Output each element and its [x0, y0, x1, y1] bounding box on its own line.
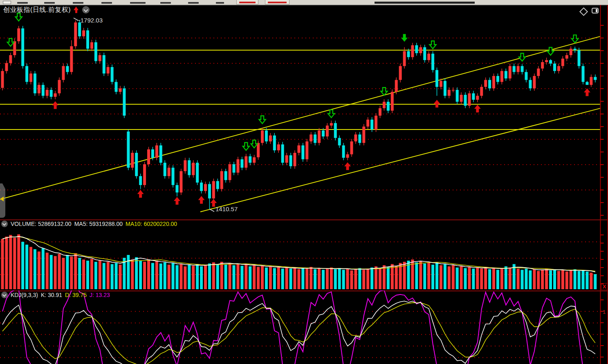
- menu-button-red-1[interactable]: [236, 0, 258, 4]
- menu-button-red-2[interactable]: [265, 0, 289, 4]
- app-logo: [3, 1, 11, 4]
- volume-right-axis: [601, 219, 604, 290]
- trading-terminal: { "win": { "title": "创业板指(日线.前复权)", "hig…: [0, 0, 608, 364]
- volume-panel: [0, 219, 608, 290]
- k-label: K:: [41, 292, 46, 298]
- menu-item[interactable]: [44, 2, 55, 4]
- volume-bars: [1, 234, 597, 289]
- menu-item[interactable]: [188, 2, 199, 4]
- d-value: 39.75: [72, 292, 87, 298]
- main-right-axis: [74, 5, 604, 219]
- menu-item[interactable]: [73, 2, 83, 4]
- signal-arrows: [7, 13, 590, 207]
- chevron-down-button[interactable]: [82, 6, 90, 13]
- chart-title: 创业板指(日线.前复权): [3, 6, 71, 14]
- kdj-header: KDJ(9,3,3) K: 30.91 D: 39.75 J: 13.23: [1, 292, 110, 298]
- ma10-label: MA10:: [126, 221, 142, 227]
- ma5-label: MA5:: [74, 221, 88, 227]
- menu-item[interactable]: [17, 2, 28, 4]
- chevron-down-button[interactable]: [1, 292, 8, 298]
- k-value: 30.91: [48, 292, 62, 298]
- volume-header: VOLUME: 52869132.00 MA5: 59319288.00 MA1…: [1, 221, 177, 227]
- kdj-lines: [2, 290, 595, 364]
- trend-up-icon: [74, 7, 79, 13]
- trend-channel-lines: [0, 36, 601, 212]
- kdj-right-axis: [601, 290, 604, 364]
- low-price-label: 1410.57: [215, 205, 238, 212]
- menu-item[interactable]: [130, 2, 146, 4]
- ma10-value: 60200220.00: [144, 221, 177, 227]
- kdj-gridlines: [0, 311, 601, 357]
- menu-item[interactable]: [101, 2, 112, 4]
- chevron-down-button[interactable]: [1, 221, 8, 227]
- chart-title-row: 创业板指(日线.前复权): [3, 6, 90, 14]
- high-price-label: ~1792.03: [77, 17, 103, 24]
- trendline-anchor-arrow-icon: [0, 197, 4, 201]
- menu-item[interactable]: [160, 2, 171, 4]
- main-chart-canvas[interactable]: [0, 5, 608, 219]
- kdj-canvas[interactable]: [0, 290, 608, 364]
- volume-label: VOLUME:: [11, 221, 36, 227]
- main-chart-panel: [0, 5, 608, 219]
- close-indicator-button[interactable]: X: [601, 283, 608, 290]
- window-title-fragment: [375, 2, 475, 4]
- d-label: D:: [65, 292, 71, 298]
- volume-canvas[interactable]: [0, 219, 608, 290]
- candles: [1, 20, 597, 210]
- j-label: J:: [90, 292, 94, 298]
- menu-item[interactable]: [216, 2, 224, 4]
- kdj-label: KDJ(9,3,3): [11, 292, 38, 298]
- volume-value: 52869132.00: [38, 221, 72, 227]
- j-value: 13.23: [96, 292, 110, 298]
- ma5-value: 59319288.00: [89, 221, 123, 227]
- kdj-panel: [0, 290, 608, 364]
- kdj-axis-label: 1: [603, 309, 606, 315]
- window-layout-icon[interactable]: [592, 8, 599, 13]
